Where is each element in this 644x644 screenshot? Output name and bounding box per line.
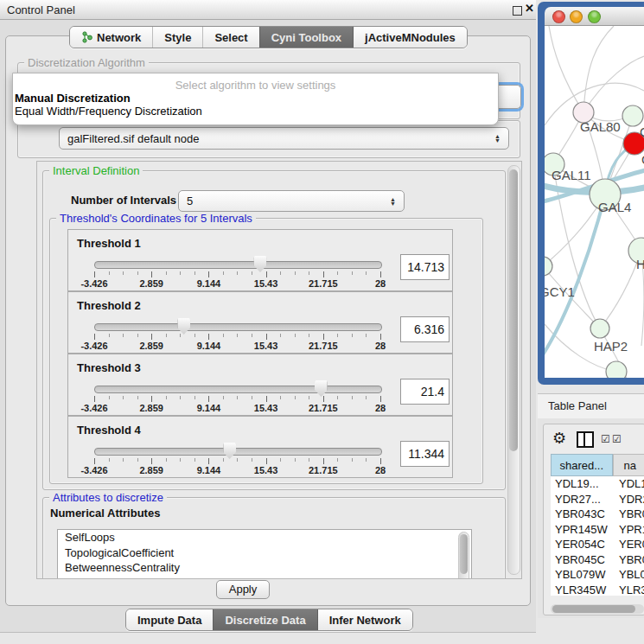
tick-labels: -3.4262.8599.14415.4321.71528: [94, 278, 380, 289]
tab-impute-data[interactable]: Impute Data: [126, 609, 213, 630]
table-row[interactable]: YBR043CYBR0: [551, 507, 644, 522]
tick-labels: -3.4262.8599.14415.4321.71528: [94, 341, 380, 351]
popup-option-manual-discretization[interactable]: Manual Discretization: [13, 92, 498, 105]
tick-labels: -3.4262.8599.14415.4321.71528: [94, 403, 380, 413]
threshold-slider-thumb[interactable]: [315, 380, 328, 397]
column-header-shared-[interactable]: shared...: [551, 454, 613, 476]
cell-name: YBR0: [619, 507, 644, 522]
table-data-combo[interactable]: galFiltered.sif default node ▲▼: [59, 127, 509, 150]
threshold-panel: Threshold 3-3.4262.8599.14415.4321.71528…: [67, 354, 453, 416]
cell-name: YDL1: [619, 476, 644, 492]
tick-label: 9.144: [197, 465, 221, 475]
tab-jactivemnodules[interactable]: jActiveMNodules: [353, 27, 467, 48]
attributes-scrollbar-thumb[interactable]: [460, 534, 468, 574]
attributes-scrollbar[interactable]: [458, 532, 469, 579]
checkbox-checked-icon[interactable]: ☑: [612, 433, 622, 445]
tab-discretize-data[interactable]: Discretize Data: [213, 609, 316, 630]
cell-shared-name: YBR043C: [555, 507, 605, 522]
network-node[interactable]: [590, 319, 609, 338]
tick-label: 9.144: [197, 341, 221, 351]
table-row[interactable]: YDR27...YDR2: [551, 492, 644, 507]
network-edge[interactable]: [583, 56, 644, 112]
cell-shared-name: YPR145W: [555, 522, 608, 538]
thresholds-group: Threshold's Coordinates for 5 Intervals …: [49, 218, 483, 484]
threshold-value-field[interactable]: 11.344: [400, 441, 450, 467]
threshold-value-field[interactable]: 14.713: [400, 254, 450, 280]
table-hscrollbar[interactable]: [551, 604, 644, 614]
apply-button[interactable]: Apply: [216, 580, 270, 599]
number-of-intervals-combo[interactable]: 5 ▲▼: [178, 190, 405, 212]
pane-scrollbar[interactable]: [507, 165, 520, 575]
network-node-label: GAL4: [598, 200, 631, 214]
table-row[interactable]: YER054CYER0: [551, 537, 644, 552]
network-edge[interactable]: [549, 26, 583, 112]
network-node[interactable]: [606, 361, 627, 378]
table-row[interactable]: YBR045CYBR0: [551, 552, 644, 568]
spinner-arrows-icon: ▲▼: [494, 134, 501, 143]
column-selector-icon[interactable]: [577, 431, 594, 448]
threshold-slider-thumb[interactable]: [177, 318, 190, 335]
threshold-slider-track[interactable]: [94, 448, 382, 456]
cell-shared-name: YBL079W: [555, 567, 606, 583]
table-row[interactable]: YDL19...YDL1: [551, 476, 644, 492]
threshold-slider-track[interactable]: [94, 323, 382, 331]
threshold-slider-track[interactable]: [94, 386, 382, 393]
attribute-item-betweennesscentrality[interactable]: BetweennessCentrality: [58, 560, 471, 576]
zoom-traffic-light-icon[interactable]: [588, 10, 601, 23]
cell-shared-name: YER054C: [555, 537, 605, 552]
numerical-attributes-list[interactable]: SelfLoopsTopologicalCoefficientBetweenne…: [57, 529, 472, 579]
tab-select[interactable]: Select: [202, 27, 258, 48]
network-canvas[interactable]: GAL80GACGAL11GAL4GCY1HHAP2: [545, 26, 644, 378]
close-traffic-light-icon[interactable]: [552, 10, 565, 23]
network-edge[interactable]: [583, 26, 614, 112]
table-hscrollbar-thumb[interactable]: [552, 605, 635, 613]
control-panel-titlebar[interactable]: Control Panel ✕: [0, 0, 536, 20]
table-row[interactable]: YBL079WYBL0: [551, 567, 644, 583]
threshold-slider-track[interactable]: [94, 261, 382, 269]
tick-label: 28: [375, 278, 386, 289]
tab-label: Discretize Data: [225, 614, 305, 627]
spinner-arrows-icon: ▲▼: [390, 197, 396, 206]
table-row[interactable]: YLR345WYLR3: [551, 583, 644, 596]
checkbox-checked-icon[interactable]: ☑: [601, 433, 610, 445]
network-window-titlebar[interactable]: [545, 7, 644, 26]
window-title: Control Panel: [7, 3, 75, 16]
tab-network[interactable]: Network: [70, 27, 152, 48]
table-row[interactable]: YPR145WYPR1: [551, 522, 644, 538]
network-node-label: GA: [640, 124, 644, 139]
threshold-value-field[interactable]: 6.316: [400, 316, 450, 342]
threshold-slider-thumb[interactable]: [223, 443, 236, 459]
minimize-traffic-light-icon[interactable]: [570, 10, 583, 23]
tab-label: Cyni Toolbox: [271, 31, 341, 44]
attribute-item-selfloops[interactable]: SelfLoops: [58, 530, 471, 545]
popup-option-equal-width-frequency-discretization[interactable]: Equal Width/Frequency Discretization: [13, 105, 498, 118]
popup-options: Manual DiscretizationEqual Width/Frequen…: [13, 92, 498, 118]
table-panel-title: Table Panel: [548, 399, 607, 412]
threshold-value-field[interactable]: 21.4: [400, 379, 450, 405]
network-node-label: HAP2: [594, 339, 628, 354]
attribute-item-topologicalcoefficient[interactable]: TopologicalCoefficient: [58, 545, 471, 561]
tab-cyni-toolbox[interactable]: Cyni Toolbox: [259, 27, 353, 48]
close-icon[interactable]: ✕: [525, 2, 534, 15]
discretization-algorithm-title: Discretization Algorithm: [24, 56, 149, 69]
tick-label: 2.859: [139, 403, 163, 413]
node-table[interactable]: shared...na YDL19...YDL1YDR27...YDR2YBR0…: [551, 454, 644, 596]
threshold-label: Threshold 2: [77, 299, 141, 312]
float-icon[interactable]: [513, 6, 522, 16]
gear-icon[interactable]: ⚙: [552, 429, 566, 448]
interval-definition-title: Interval Definition: [49, 164, 143, 177]
attributes-group-title: Attributes to discretize: [49, 491, 167, 504]
interval-definition-group: Interval Definition Number of Intervals …: [42, 170, 506, 490]
numerical-attributes-heading: Numerical Attributes: [50, 507, 160, 520]
threshold-panel: Threshold 1-3.4262.8599.14415.4321.71528…: [67, 229, 453, 291]
threshold-panel: Threshold 2-3.4262.8599.14415.4321.71528…: [67, 291, 453, 354]
attributes-group: Attributes to discretize Numerical Attri…: [42, 497, 506, 579]
network-node[interactable]: [622, 105, 643, 126]
threshold-slider-thumb[interactable]: [253, 256, 266, 272]
pane-scrollbar-thumb[interactable]: [509, 169, 518, 451]
tab-infer-network[interactable]: Infer Network: [317, 609, 412, 630]
network-graph[interactable]: GAL80GACGAL11GAL4GCY1HHAP2: [545, 26, 644, 378]
column-header-na[interactable]: na: [613, 454, 644, 476]
tab-style[interactable]: Style: [152, 27, 202, 48]
table-panel-header[interactable]: Table Panel: [538, 393, 644, 419]
